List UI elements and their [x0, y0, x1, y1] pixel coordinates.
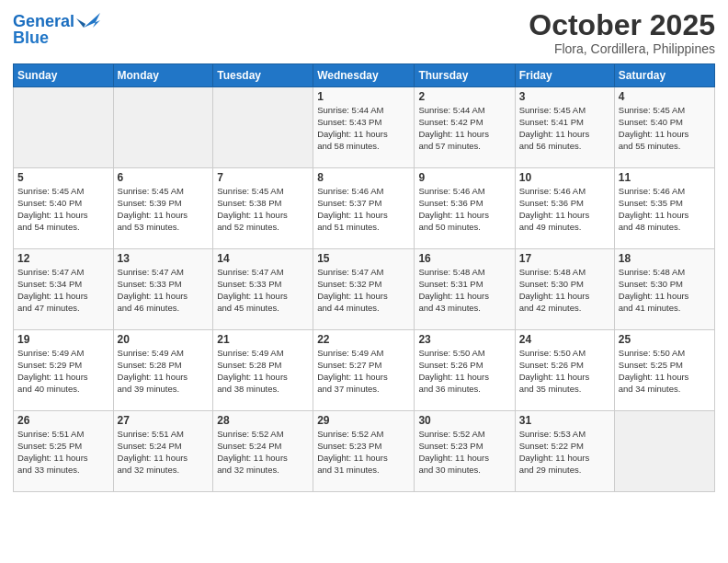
calendar-week-row: 19Sunrise: 5:49 AMSunset: 5:29 PMDayligh… [14, 330, 715, 411]
day-number: 11 [619, 171, 711, 184]
svg-marker-1 [76, 18, 85, 28]
day-number: 28 [217, 414, 309, 427]
day-info: Sunrise: 5:52 AMSunset: 5:23 PMDaylight:… [418, 429, 510, 476]
table-row: 3Sunrise: 5:45 AMSunset: 5:41 PMDaylight… [515, 87, 614, 168]
table-row: 8Sunrise: 5:46 AMSunset: 5:37 PMDaylight… [313, 168, 415, 249]
logo-blue-text: Blue [13, 29, 100, 48]
day-number: 9 [418, 171, 510, 184]
day-number: 13 [118, 252, 210, 265]
table-row: 18Sunrise: 5:48 AMSunset: 5:30 PMDayligh… [614, 249, 714, 330]
day-number: 16 [418, 252, 510, 265]
table-row [614, 411, 714, 492]
day-info: Sunrise: 5:48 AMSunset: 5:31 PMDaylight:… [418, 267, 510, 314]
header-sunday: Sunday [14, 64, 114, 87]
day-info: Sunrise: 5:47 AMSunset: 5:32 PMDaylight:… [317, 267, 410, 314]
day-info: Sunrise: 5:49 AMSunset: 5:28 PMDaylight:… [118, 348, 210, 395]
table-row: 19Sunrise: 5:49 AMSunset: 5:29 PMDayligh… [14, 330, 114, 411]
day-number: 2 [418, 90, 510, 103]
day-number: 23 [418, 333, 510, 346]
day-info: Sunrise: 5:44 AMSunset: 5:42 PMDaylight:… [418, 105, 510, 152]
day-number: 8 [317, 171, 410, 184]
table-row: 26Sunrise: 5:51 AMSunset: 5:25 PMDayligh… [14, 411, 114, 492]
table-row: 21Sunrise: 5:49 AMSunset: 5:28 PMDayligh… [213, 330, 313, 411]
day-info: Sunrise: 5:45 AMSunset: 5:41 PMDaylight:… [519, 105, 610, 152]
day-info: Sunrise: 5:49 AMSunset: 5:27 PMDaylight:… [317, 348, 410, 395]
day-info: Sunrise: 5:48 AMSunset: 5:30 PMDaylight:… [519, 267, 610, 314]
table-row: 24Sunrise: 5:50 AMSunset: 5:26 PMDayligh… [515, 330, 614, 411]
day-info: Sunrise: 5:45 AMSunset: 5:40 PMDaylight:… [619, 105, 711, 152]
day-number: 15 [317, 252, 410, 265]
day-info: Sunrise: 5:49 AMSunset: 5:28 PMDaylight:… [217, 348, 309, 395]
table-row: 1Sunrise: 5:44 AMSunset: 5:43 PMDaylight… [313, 87, 415, 168]
page-container: General Blue October 2025 Flora, Cordill… [0, 0, 728, 563]
title-block: October 2025 Flora, Cordillera, Philippi… [529, 9, 715, 56]
header: General Blue October 2025 Flora, Cordill… [13, 9, 715, 56]
table-row: 13Sunrise: 5:47 AMSunset: 5:33 PMDayligh… [113, 249, 213, 330]
day-info: Sunrise: 5:46 AMSunset: 5:36 PMDaylight:… [519, 186, 610, 233]
table-row: 5Sunrise: 5:45 AMSunset: 5:40 PMDaylight… [14, 168, 114, 249]
table-row: 29Sunrise: 5:52 AMSunset: 5:23 PMDayligh… [313, 411, 415, 492]
table-row: 9Sunrise: 5:46 AMSunset: 5:36 PMDaylight… [415, 168, 515, 249]
table-row: 23Sunrise: 5:50 AMSunset: 5:26 PMDayligh… [415, 330, 515, 411]
calendar-week-row: 26Sunrise: 5:51 AMSunset: 5:25 PMDayligh… [14, 411, 715, 492]
table-row: 17Sunrise: 5:48 AMSunset: 5:30 PMDayligh… [515, 249, 614, 330]
day-number: 5 [17, 171, 109, 184]
day-number: 27 [118, 414, 210, 427]
header-tuesday: Tuesday [213, 64, 313, 87]
calendar-week-row: 12Sunrise: 5:47 AMSunset: 5:34 PMDayligh… [14, 249, 715, 330]
table-row: 4Sunrise: 5:45 AMSunset: 5:40 PMDaylight… [614, 87, 714, 168]
day-number: 1 [317, 90, 410, 103]
day-info: Sunrise: 5:45 AMSunset: 5:39 PMDaylight:… [118, 186, 210, 233]
day-info: Sunrise: 5:46 AMSunset: 5:35 PMDaylight:… [619, 186, 711, 233]
calendar-table: Sunday Monday Tuesday Wednesday Thursday… [13, 63, 715, 492]
table-row: 22Sunrise: 5:49 AMSunset: 5:27 PMDayligh… [313, 330, 415, 411]
table-row: 20Sunrise: 5:49 AMSunset: 5:28 PMDayligh… [113, 330, 213, 411]
day-number: 6 [118, 171, 210, 184]
day-info: Sunrise: 5:47 AMSunset: 5:34 PMDaylight:… [17, 267, 109, 314]
day-info: Sunrise: 5:49 AMSunset: 5:29 PMDaylight:… [17, 348, 109, 395]
day-info: Sunrise: 5:50 AMSunset: 5:26 PMDaylight:… [519, 348, 610, 395]
day-number: 22 [317, 333, 410, 346]
header-wednesday: Wednesday [313, 64, 415, 87]
day-info: Sunrise: 5:46 AMSunset: 5:37 PMDaylight:… [317, 186, 410, 233]
table-row: 10Sunrise: 5:46 AMSunset: 5:36 PMDayligh… [515, 168, 614, 249]
table-row: 16Sunrise: 5:48 AMSunset: 5:31 PMDayligh… [415, 249, 515, 330]
day-number: 10 [519, 171, 610, 184]
day-info: Sunrise: 5:52 AMSunset: 5:24 PMDaylight:… [217, 429, 309, 476]
day-info: Sunrise: 5:45 AMSunset: 5:38 PMDaylight:… [217, 186, 309, 233]
calendar-week-row: 5Sunrise: 5:45 AMSunset: 5:40 PMDaylight… [14, 168, 715, 249]
day-number: 26 [17, 414, 109, 427]
table-row: 15Sunrise: 5:47 AMSunset: 5:32 PMDayligh… [313, 249, 415, 330]
day-info: Sunrise: 5:44 AMSunset: 5:43 PMDaylight:… [317, 105, 410, 152]
table-row: 27Sunrise: 5:51 AMSunset: 5:24 PMDayligh… [113, 411, 213, 492]
day-number: 12 [17, 252, 109, 265]
day-info: Sunrise: 5:47 AMSunset: 5:33 PMDaylight:… [217, 267, 309, 314]
calendar-week-row: 1Sunrise: 5:44 AMSunset: 5:43 PMDaylight… [14, 87, 715, 168]
calendar-header-row: Sunday Monday Tuesday Wednesday Thursday… [14, 64, 715, 87]
table-row: 7Sunrise: 5:45 AMSunset: 5:38 PMDaylight… [213, 168, 313, 249]
day-info: Sunrise: 5:45 AMSunset: 5:40 PMDaylight:… [17, 186, 109, 233]
table-row [14, 87, 114, 168]
day-info: Sunrise: 5:52 AMSunset: 5:23 PMDaylight:… [317, 429, 410, 476]
day-number: 25 [619, 333, 711, 346]
header-monday: Monday [113, 64, 213, 87]
day-number: 17 [519, 252, 610, 265]
table-row: 6Sunrise: 5:45 AMSunset: 5:39 PMDaylight… [113, 168, 213, 249]
day-info: Sunrise: 5:50 AMSunset: 5:25 PMDaylight:… [619, 348, 711, 395]
table-row: 2Sunrise: 5:44 AMSunset: 5:42 PMDaylight… [415, 87, 515, 168]
logo-bird-icon [76, 11, 100, 31]
table-row: 12Sunrise: 5:47 AMSunset: 5:34 PMDayligh… [14, 249, 114, 330]
day-info: Sunrise: 5:51 AMSunset: 5:24 PMDaylight:… [118, 429, 210, 476]
day-number: 14 [217, 252, 309, 265]
day-number: 30 [418, 414, 510, 427]
header-thursday: Thursday [415, 64, 515, 87]
day-number: 7 [217, 171, 309, 184]
table-row: 31Sunrise: 5:53 AMSunset: 5:22 PMDayligh… [515, 411, 614, 492]
svg-marker-0 [84, 13, 100, 28]
day-number: 21 [217, 333, 309, 346]
day-number: 24 [519, 333, 610, 346]
day-number: 29 [317, 414, 410, 427]
day-info: Sunrise: 5:47 AMSunset: 5:33 PMDaylight:… [118, 267, 210, 314]
day-number: 4 [619, 90, 711, 103]
day-info: Sunrise: 5:53 AMSunset: 5:22 PMDaylight:… [519, 429, 610, 476]
